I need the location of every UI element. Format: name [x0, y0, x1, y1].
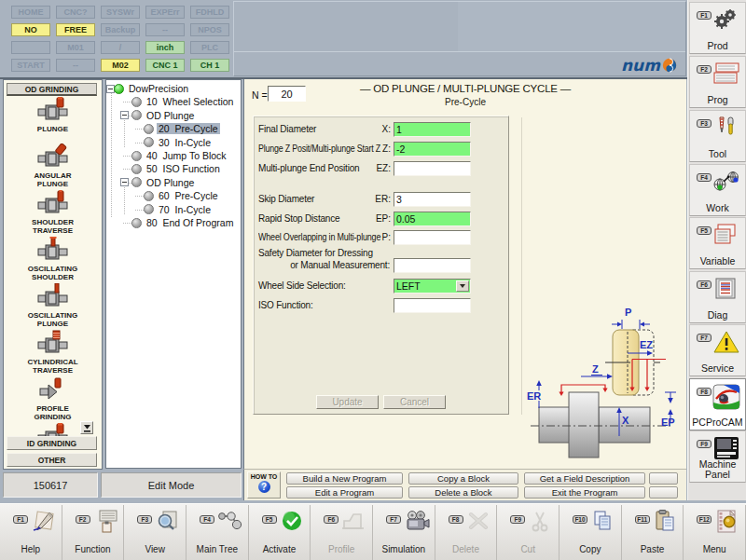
tree-item-30-in-cycle[interactable]: 30 In-Cycle: [106, 136, 213, 149]
od-grinding-header-button[interactable]: OD GRINDING: [7, 83, 97, 96]
delete-a-block-button[interactable]: Delete a Block: [408, 486, 518, 499]
field-input-plunge-z-posit-multi-plunge-start-z[interactable]: -2: [394, 142, 471, 157]
tree-node-green-ball-icon: [114, 84, 124, 94]
exit-the-program-button[interactable]: Exit the Program: [524, 486, 645, 499]
sidebar-button-pcprocam[interactable]: F8 PCProCAM: [689, 378, 746, 430]
status-cell-free: FREE: [56, 23, 95, 36]
toolbar-button-view[interactable]: F3 View: [124, 505, 186, 560]
field-input-rapid-stop-distance[interactable]: 0.05: [394, 212, 471, 226]
tree-item-60-pre-cycle[interactable]: 60 Pre-Cycle: [106, 189, 220, 202]
tree-item-od-plunge[interactable]: OD Plunge: [106, 109, 196, 122]
cancel-button[interactable]: Cancel: [383, 395, 446, 409]
spare-button[interactable]: [649, 486, 678, 499]
toolbar-button-simulation[interactable]: F7 Simulation: [373, 505, 435, 560]
get-a-field-description-button[interactable]: Get a Field Description: [524, 472, 645, 485]
tree-item-dowprecision[interactable]: DowPrecision: [106, 82, 190, 95]
id-grinding-button[interactable]: ID GRINDING: [7, 436, 97, 450]
field-input-safety-diameter-for-dressing[interactable]: [394, 258, 471, 273]
tree-item-70-in-cycle[interactable]: 70 In-Cycle: [106, 203, 213, 216]
toolbar-button-help[interactable]: F1 Help: [0, 505, 62, 560]
cycle-item-oscillating-shoulder[interactable]: OSCILLATINGSHOULDER: [4, 237, 102, 283]
spare-button[interactable]: [649, 472, 678, 485]
cycle-item-cylindrical-traverse[interactable]: CYLINDRICALTRAVERSE: [4, 330, 102, 376]
toolbar-button-delete[interactable]: F8 Delete: [435, 505, 498, 560]
status-cell-m02: M02: [101, 59, 140, 72]
sidebar-button-service[interactable]: F7 Service: [689, 324, 746, 376]
tree-item-40-jump-to-block[interactable]: 40 Jump To Block: [106, 149, 228, 162]
cycle-item-plunge[interactable]: PLUNGE: [4, 97, 102, 143]
other-button[interactable]: OTHER: [7, 453, 97, 467]
profile-grinding-icon: [4, 376, 102, 404]
cycle-item-oscillating-plunge[interactable]: OSCILLATINGPLUNGE: [4, 283, 102, 330]
field-input-wheel-overlapping-in-multi-plunge[interactable]: [394, 230, 471, 245]
field-label: Final Diameter: [258, 124, 316, 134]
cycle-item-label: PLUNGE: [4, 125, 102, 133]
tree-item-80-end-of-program[interactable]: 80 End Of Program: [106, 216, 235, 229]
sidebar-button-machine-panel[interactable]: F9 MachinePanel: [689, 430, 746, 483]
field-input-wheel-side-selection[interactable]: LEFT: [394, 279, 471, 294]
plunge-icon: [4, 97, 102, 125]
field-input-final-diameter[interactable]: 1: [394, 122, 471, 137]
status-cell-cnc-: CNC?: [56, 6, 95, 19]
field-label: Safety Diameter for Dressing: [258, 248, 373, 258]
tree-item-10-wheel-selection[interactable]: 10 Wheel Selection: [106, 95, 235, 108]
fkey-badge: F6: [324, 515, 338, 524]
field-label-line2: or Manual Measurement:: [290, 260, 390, 270]
svg-text:EP: EP: [661, 417, 675, 428]
howto-box[interactable]: HOW TO ?: [247, 471, 281, 499]
update-button[interactable]: Update: [316, 395, 379, 409]
toolbar-button-copy[interactable]: F10 Copy: [560, 505, 622, 560]
tree-node-ball-icon: [131, 177, 142, 187]
toolbar-button-label: Menu: [684, 544, 745, 554]
sidebar-button-prog[interactable]: F2 Prog: [689, 56, 746, 108]
edit-mode-status: Edit Mode: [101, 472, 242, 498]
program-tree-panel: DowPrecision10 Wheel SelectionOD Plunge2…: [105, 79, 242, 469]
combo-dropdown-icon[interactable]: [456, 280, 469, 292]
toolbar-button-menu[interactable]: F12 Menu: [684, 505, 746, 560]
sidebar-button-label: Prog: [690, 95, 745, 105]
toolbar-button-function[interactable]: F2 Function: [62, 505, 125, 560]
howto-label: HOW TO: [248, 473, 280, 480]
tree-node-ball-icon: [144, 191, 154, 201]
cycle-item-profile-grinding[interactable]: PROFILEGRINDING: [4, 376, 102, 423]
tree-item-label: 50 ISO Function: [145, 163, 222, 174]
tree-item-50-iso-function[interactable]: 50 ISO Function: [106, 162, 222, 175]
sidebar-button-variable[interactable]: F5 Variable: [689, 217, 746, 269]
toolbar-button-main-tree[interactable]: F4 Main Tree: [186, 505, 249, 560]
toolbar-button-cut[interactable]: F9 Cut: [497, 505, 560, 560]
sidebar-button-label: MachinePanel: [690, 459, 745, 479]
field-input-iso-function[interactable]: [394, 298, 471, 313]
fkey-badge: F9: [697, 440, 711, 448]
toolbar-button-paste[interactable]: F11 Paste: [622, 505, 684, 560]
cycle-sidebar: OD GRINDING PLUNGE ANGULARPLUNGE SHOULDE…: [3, 79, 103, 470]
edit-a-program-button[interactable]: Edit a Program: [286, 486, 403, 499]
howto-strip: HOW TO ? Build a New ProgramCopy a Block…: [243, 469, 686, 500]
field-symbol: ER:: [363, 194, 391, 204]
field-input-multi-plunge-end-position[interactable]: [394, 161, 471, 176]
status-cell-inch: inch: [145, 41, 185, 54]
tree-node-ball-icon: [131, 164, 142, 174]
diagnostic-icon: [712, 277, 739, 301]
sidebar-button-tool[interactable]: F3 Tool: [689, 110, 746, 162]
tree-item-od-plunge[interactable]: OD Plunge: [106, 176, 196, 189]
scroll-down-button[interactable]: [80, 421, 93, 434]
tree-item-20-pre-cycle[interactable]: 20 Pre-Cycle: [106, 122, 220, 135]
sidebar-button-work[interactable]: F4 Work: [689, 164, 746, 216]
sidebar-button-label: Diag: [690, 310, 745, 321]
sidebar-button-prod[interactable]: F1 Prod: [689, 2, 746, 54]
pcprocam-icon: [712, 384, 740, 410]
sidebar-button-label: Prod: [690, 41, 745, 51]
sidebar-button-diag[interactable]: F6 Diag: [689, 271, 746, 323]
cycle-item-shoulder-traverse[interactable]: SHOULDERTRAVERSE: [4, 190, 102, 237]
build-a-new-program-button[interactable]: Build a New Program: [286, 472, 403, 485]
svg-text:EZ: EZ: [640, 339, 653, 350]
fkey-badge: F2: [76, 515, 90, 524]
sidebar-button-label: PCProCAM: [690, 417, 745, 428]
tree-node-ball-icon: [144, 124, 154, 134]
field-input-skip-diameter[interactable]: 3: [394, 192, 471, 207]
copy-a-block-button[interactable]: Copy a Block: [408, 472, 518, 485]
cycle-form-panel: N = 20 — OD PLUNGE / MULTI-PLUNGE CYCLE …: [243, 79, 686, 469]
toolbar-button-activate[interactable]: F5 Activate: [249, 505, 311, 560]
toolbar-button-profile[interactable]: F6 Profile: [311, 505, 373, 560]
cycle-item-angular-plunge[interactable]: ANGULARPLUNGE: [4, 143, 102, 190]
